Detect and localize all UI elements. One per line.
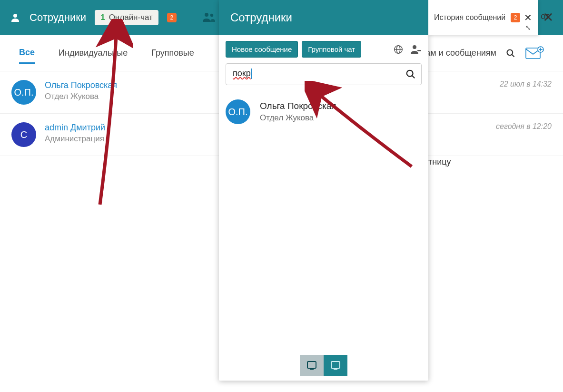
globe-icon[interactable]: [393, 44, 404, 55]
header-left-group: Сотрудники 1 Онлайн-чат 2: [10, 10, 177, 25]
tab-all[interactable]: Все: [19, 43, 35, 64]
bg-text-fragment: тницу: [428, 157, 451, 167]
person-icon: [10, 12, 21, 23]
timestamp: сегодня в 12:20: [496, 122, 552, 131]
tab-individual[interactable]: Индивидуальные: [59, 43, 128, 63]
result-name: Ольга Покровская: [260, 101, 336, 111]
svg-point-14: [407, 70, 413, 77]
new-message-button[interactable]: Новое сообщение: [226, 41, 298, 58]
search-input[interactable]: [226, 63, 422, 85]
close-icon[interactable]: ✕: [524, 12, 532, 23]
search-hint-fragment: ам и сообщениям: [425, 48, 496, 58]
header-title: Сотрудники: [30, 11, 86, 24]
svg-line-4: [512, 54, 514, 57]
result-body: Ольга Покровская Отдел Жукова: [260, 101, 336, 123]
history-label: История сообщений: [434, 13, 507, 22]
popup-header: Сотрудники История сообщений 2 ✕ ⤡ от: [219, 0, 428, 35]
search-icon[interactable]: [506, 49, 515, 58]
employees-popup: Сотрудники История сообщений 2 ✕ ⤡ от Но…: [219, 0, 428, 381]
search-result[interactable]: О.П. Ольга Покровская Отдел Жукова: [219, 92, 428, 132]
minimize-icon[interactable]: ⤡: [525, 24, 531, 31]
result-dept: Отдел Жукова: [260, 113, 336, 123]
history-tab[interactable]: История сообщений 2 ✕ ⤡ от: [428, 0, 538, 35]
toggle-grid-icon[interactable]: [324, 355, 347, 376]
tab-group[interactable]: Групповые: [151, 43, 194, 63]
svg-point-12: [413, 45, 416, 49]
text-caret: [251, 69, 252, 79]
tabs-right: ам и сообщениям: [425, 46, 544, 60]
view-toggle: [300, 355, 347, 376]
svg-point-0: [13, 14, 17, 18]
svg-point-1: [205, 13, 208, 17]
avatar: С: [11, 122, 36, 147]
header-badge: 2: [167, 13, 177, 22]
online-chat-label: Онлайн-чат: [109, 13, 153, 22]
search-value-display: покр: [233, 69, 251, 78]
popup-actions-right: [393, 44, 422, 55]
svg-rect-16: [307, 362, 316, 368]
popup-actions: Новое сообщение Групповой чат: [219, 35, 428, 63]
toggle-list-icon[interactable]: [300, 355, 324, 376]
popup-title: Сотрудники: [230, 11, 292, 24]
popup-search: покр: [226, 63, 422, 85]
online-count: 1: [100, 13, 105, 22]
avatar: О.П.: [226, 99, 250, 124]
timestamp: 22 июл в 14:32: [500, 80, 552, 88]
remove-user-icon[interactable]: [410, 44, 422, 55]
side-text-fragment: от: [541, 11, 549, 21]
svg-point-2: [210, 14, 213, 17]
online-chat-chip[interactable]: 1 Онлайн-чат: [95, 10, 158, 25]
svg-line-15: [412, 76, 415, 78]
svg-rect-13: [417, 50, 421, 51]
svg-rect-18: [331, 362, 340, 368]
group-chat-button[interactable]: Групповой чат: [302, 41, 361, 58]
avatar: О.П.: [11, 80, 36, 105]
history-badge: 2: [511, 13, 520, 22]
compose-icon[interactable]: [525, 46, 544, 60]
group-icon: [202, 11, 217, 23]
svg-point-3: [507, 49, 513, 55]
search-icon[interactable]: [405, 69, 416, 79]
